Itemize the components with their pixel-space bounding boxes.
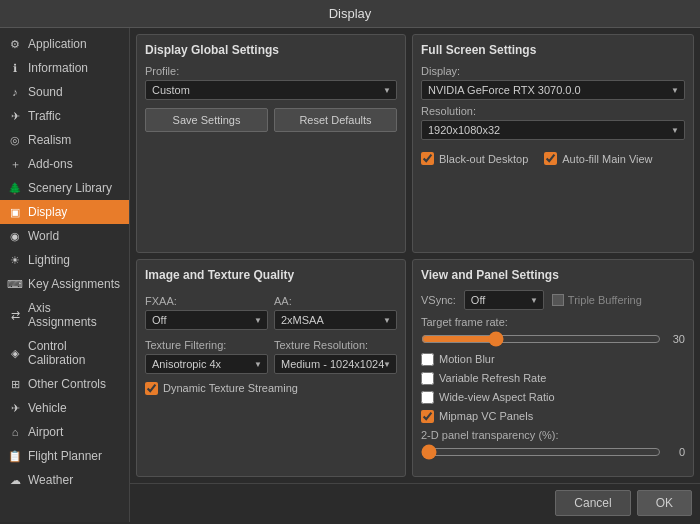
- sidebar-label-information: Information: [28, 61, 88, 75]
- resolution-label: Resolution:: [421, 105, 685, 117]
- full-screen-panel: Full Screen Settings Display: NVIDIA GeF…: [412, 34, 694, 253]
- image-texture-title: Image and Texture Quality: [145, 268, 397, 282]
- wide-view-checkbox[interactable]: [421, 391, 434, 404]
- display-global-panel: Display Global Settings Profile: Custom …: [136, 34, 406, 253]
- target-frame-value: 30: [667, 333, 685, 345]
- image-texture-panel: Image and Texture Quality FXAA: Off AA:: [136, 259, 406, 478]
- sidebar-item-add-ons[interactable]: ＋Add-ons: [0, 152, 129, 176]
- realism-icon: ◎: [8, 133, 22, 147]
- texture-row: Texture Filtering: Anisotropic 4x Textur…: [145, 334, 397, 374]
- sidebar-item-traffic[interactable]: ✈Traffic: [0, 104, 129, 128]
- vsync-dropdown-wrap[interactable]: Off: [464, 290, 544, 310]
- view-panel: View and Panel Settings VSync: Off Tripl…: [412, 259, 694, 478]
- motion-blur-row: Motion Blur: [421, 353, 685, 366]
- profile-dropdown[interactable]: Custom: [145, 80, 397, 100]
- sidebar-label-key-assignments: Key Assignments: [28, 277, 120, 291]
- vsync-row: VSync: Off Triple Buffering: [421, 290, 685, 310]
- texture-filtering-dropdown[interactable]: Anisotropic 4x: [145, 354, 268, 374]
- information-icon: ℹ: [8, 61, 22, 75]
- sidebar-item-weather[interactable]: ☁Weather: [0, 468, 129, 492]
- triple-buffering-checkbox[interactable]: [552, 294, 564, 306]
- sidebar-label-airport: Airport: [28, 425, 63, 439]
- content-area: Display Global Settings Profile: Custom …: [130, 28, 700, 483]
- motion-blur-label: Motion Blur: [439, 353, 495, 365]
- scenery-library-icon: 🌲: [8, 181, 22, 195]
- control-calibration-icon: ◈: [8, 346, 22, 360]
- sidebar-item-vehicle[interactable]: ✈Vehicle: [0, 396, 129, 420]
- save-settings-button[interactable]: Save Settings: [145, 108, 268, 132]
- transparency-row: 0: [421, 444, 685, 460]
- dynamic-streaming-checkbox[interactable]: [145, 382, 158, 395]
- sound-icon: ♪: [8, 85, 22, 99]
- sidebar-label-vehicle: Vehicle: [28, 401, 67, 415]
- sidebar-item-display[interactable]: ▣Display: [0, 200, 129, 224]
- aa-label: AA:: [274, 295, 397, 307]
- add-ons-icon: ＋: [8, 157, 22, 171]
- window-title: Display: [329, 6, 372, 21]
- texture-resolution-dropdown-wrap[interactable]: Medium - 1024x1024: [274, 354, 397, 374]
- sidebar-item-world[interactable]: ◉World: [0, 224, 129, 248]
- blackout-row: Black-out Desktop: [421, 152, 528, 165]
- resolution-dropdown-wrap[interactable]: 1920x1080x32: [421, 120, 685, 140]
- variable-refresh-row: Variable Refresh Rate: [421, 372, 685, 385]
- view-panel-title: View and Panel Settings: [421, 268, 685, 282]
- sidebar-label-weather: Weather: [28, 473, 73, 487]
- sidebar-label-sound: Sound: [28, 85, 63, 99]
- sidebar-label-traffic: Traffic: [28, 109, 61, 123]
- footer: Cancel OK: [130, 483, 700, 522]
- sidebar-label-display: Display: [28, 205, 67, 219]
- triple-buffering-label: Triple Buffering: [552, 294, 642, 306]
- variable-refresh-checkbox[interactable]: [421, 372, 434, 385]
- vsync-dropdown[interactable]: Off: [464, 290, 544, 310]
- motion-blur-checkbox[interactable]: [421, 353, 434, 366]
- fxaa-label: FXAA:: [145, 295, 268, 307]
- sidebar-label-application: Application: [28, 37, 87, 51]
- full-screen-title: Full Screen Settings: [421, 43, 685, 57]
- sidebar-item-realism[interactable]: ◎Realism: [0, 128, 129, 152]
- sidebar-item-other-controls[interactable]: ⊞Other Controls: [0, 372, 129, 396]
- blackout-checkbox[interactable]: [421, 152, 434, 165]
- sidebar-item-control-calibration[interactable]: ◈Control Calibration: [0, 334, 129, 372]
- target-frame-row: 30: [421, 331, 685, 347]
- sidebar-item-information[interactable]: ℹInformation: [0, 56, 129, 80]
- sidebar-label-lighting: Lighting: [28, 253, 70, 267]
- profile-label: Profile:: [145, 65, 397, 77]
- display-global-title: Display Global Settings: [145, 43, 397, 57]
- display-label: Display:: [421, 65, 685, 77]
- dynamic-streaming-row: Dynamic Texture Streaming: [145, 382, 397, 395]
- profile-dropdown-wrap[interactable]: Custom: [145, 80, 397, 100]
- sidebar-label-realism: Realism: [28, 133, 71, 147]
- mipmap-checkbox[interactable]: [421, 410, 434, 423]
- reset-defaults-button[interactable]: Reset Defaults: [274, 108, 397, 132]
- mipmap-row: Mipmap VC Panels: [421, 410, 685, 423]
- sidebar-item-axis-assignments[interactable]: ⇄Axis Assignments: [0, 296, 129, 334]
- dynamic-streaming-label: Dynamic Texture Streaming: [163, 382, 298, 394]
- aa-dropdown[interactable]: 2xMSAA: [274, 310, 397, 330]
- ok-button[interactable]: OK: [637, 490, 692, 516]
- sidebar-item-application[interactable]: ⚙Application: [0, 32, 129, 56]
- variable-refresh-label: Variable Refresh Rate: [439, 372, 546, 384]
- sidebar-item-flight-planner[interactable]: 📋Flight Planner: [0, 444, 129, 468]
- sidebar-label-flight-planner: Flight Planner: [28, 449, 102, 463]
- transparency-slider[interactable]: [421, 444, 661, 460]
- display-dropdown-wrap[interactable]: NVIDIA GeForce RTX 3070.0.0: [421, 80, 685, 100]
- fxaa-dropdown-wrap[interactable]: Off: [145, 310, 268, 330]
- target-frame-slider[interactable]: [421, 331, 661, 347]
- axis-assignments-icon: ⇄: [8, 308, 22, 322]
- texture-filtering-dropdown-wrap[interactable]: Anisotropic 4x: [145, 354, 268, 374]
- sidebar-label-control-calibration: Control Calibration: [28, 339, 121, 367]
- resolution-dropdown[interactable]: 1920x1080x32: [421, 120, 685, 140]
- fxaa-dropdown[interactable]: Off: [145, 310, 268, 330]
- sidebar-item-sound[interactable]: ♪Sound: [0, 80, 129, 104]
- sidebar-item-airport[interactable]: ⌂Airport: [0, 420, 129, 444]
- texture-resolution-dropdown[interactable]: Medium - 1024x1024: [274, 354, 397, 374]
- blackout-label: Black-out Desktop: [439, 153, 528, 165]
- sidebar-item-lighting[interactable]: ☀Lighting: [0, 248, 129, 272]
- cancel-button[interactable]: Cancel: [555, 490, 630, 516]
- wide-view-row: Wide-view Aspect Ratio: [421, 391, 685, 404]
- display-dropdown[interactable]: NVIDIA GeForce RTX 3070.0.0: [421, 80, 685, 100]
- sidebar-item-key-assignments[interactable]: ⌨Key Assignments: [0, 272, 129, 296]
- sidebar-item-scenery-library[interactable]: 🌲Scenery Library: [0, 176, 129, 200]
- aa-dropdown-wrap[interactable]: 2xMSAA: [274, 310, 397, 330]
- autofill-checkbox[interactable]: [544, 152, 557, 165]
